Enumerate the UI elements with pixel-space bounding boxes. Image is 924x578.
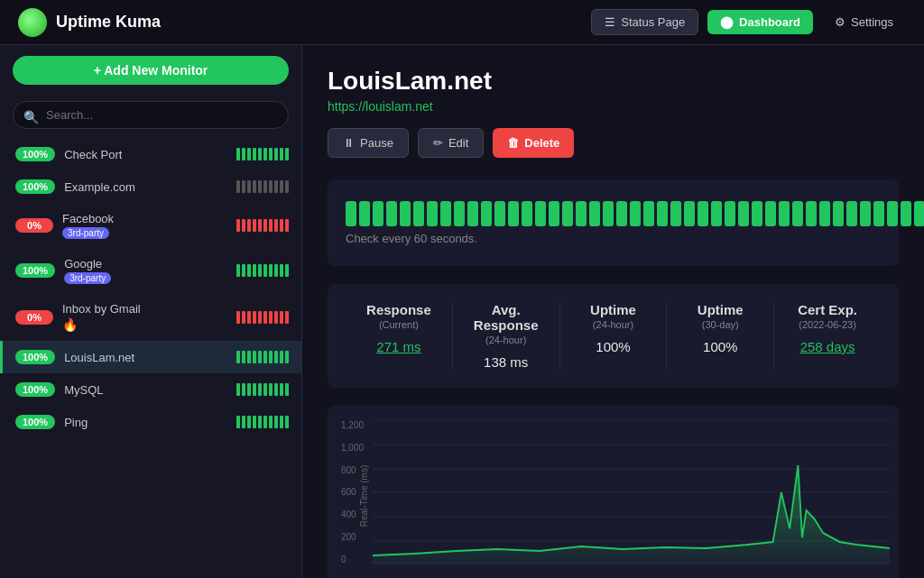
y-label-1200: 1,200 xyxy=(341,420,364,430)
uptime-bar xyxy=(657,201,668,226)
monitor-bars xyxy=(236,264,289,277)
bar xyxy=(242,264,245,277)
bar xyxy=(274,148,278,161)
edit-button[interactable]: ✏ Edit xyxy=(418,128,484,158)
sidebar-item-facebook[interactable]: 0% Facebook 3rd-party xyxy=(0,203,301,248)
sidebar-item-ping[interactable]: 100% Ping xyxy=(0,406,301,438)
bar xyxy=(285,351,289,363)
uptime-bar xyxy=(386,201,397,226)
fire-icon: 🔥 xyxy=(62,317,236,332)
status-badge: 100% xyxy=(15,263,55,278)
bar xyxy=(269,180,273,193)
bar xyxy=(280,383,283,396)
bar xyxy=(247,351,251,363)
stat-value: 100% xyxy=(596,339,630,354)
dashboard-icon: ⬤ xyxy=(720,15,734,29)
monitor-list: 100% Check Port 100% Example.com 0% Face… xyxy=(0,138,301,578)
monitor-label: Check Port xyxy=(64,148,236,161)
sidebar-item-mysql[interactable]: 100% MySQL xyxy=(0,373,301,406)
uptime-bar xyxy=(670,201,681,226)
uptime-bar xyxy=(765,201,776,226)
bar xyxy=(242,148,245,161)
uptime-bar xyxy=(346,201,356,226)
status-badge: 0% xyxy=(15,218,53,233)
bar xyxy=(280,264,283,277)
monitor-bars xyxy=(236,148,289,161)
uptime-bar xyxy=(698,201,708,226)
stat-item: Response (Current) 271 ms xyxy=(346,302,453,370)
bar xyxy=(247,416,251,428)
sidebar-item-check-port[interactable]: 100% Check Port xyxy=(0,138,301,170)
bar xyxy=(269,148,273,161)
list-icon: ☰ xyxy=(605,15,615,29)
status-page-button[interactable]: ☰ Status Page xyxy=(591,9,698,35)
bar xyxy=(247,311,251,324)
uptime-bar xyxy=(846,201,857,226)
dashboard-button[interactable]: ⬤ Dashboard xyxy=(707,10,813,34)
search-input[interactable] xyxy=(13,101,289,129)
uptime-bar xyxy=(522,201,532,226)
monitor-name: MySQL xyxy=(64,383,236,397)
bar xyxy=(242,219,245,232)
monitor-name: Facebook 3rd-party xyxy=(62,212,236,239)
uptime-bar xyxy=(549,201,559,226)
uptime-bar xyxy=(901,201,911,226)
bar xyxy=(285,180,289,193)
bar xyxy=(263,264,267,277)
bar xyxy=(274,416,278,428)
bar xyxy=(247,264,251,277)
sidebar-item-google[interactable]: 100% Google 3rd-party xyxy=(0,248,301,293)
pause-button[interactable]: ⏸ Pause xyxy=(328,128,409,158)
monitor-name: Google 3rd-party xyxy=(64,257,236,284)
check-interval: Check every 60 seconds. xyxy=(346,232,924,245)
uptime-bar xyxy=(603,201,614,226)
stat-value[interactable]: 271 ms xyxy=(376,339,420,354)
monitor-label: Ping xyxy=(64,416,236,429)
bar xyxy=(274,219,278,232)
sidebar-item-louislam-net[interactable]: 100% LouisLam.net xyxy=(0,341,301,373)
bar xyxy=(258,351,262,363)
uptime-bar xyxy=(914,201,924,226)
sidebar-item-example-com[interactable]: 100% Example.com xyxy=(0,170,301,203)
action-buttons: ⏸ Pause ✏ Edit 🗑 Delete xyxy=(328,128,899,158)
add-monitor-button[interactable]: + Add New Monitor xyxy=(13,56,289,85)
uptime-bar xyxy=(860,201,871,226)
stat-item: Cert Exp. (2022-06-23) 258 days xyxy=(774,302,881,370)
status-badge: 100% xyxy=(15,350,55,364)
bar xyxy=(258,311,262,324)
status-badge: 0% xyxy=(15,310,53,325)
y-label-200: 200 xyxy=(341,532,364,542)
bar xyxy=(253,219,256,232)
bar xyxy=(258,148,262,161)
delete-button[interactable]: 🗑 Delete xyxy=(493,128,574,158)
bar xyxy=(236,180,240,193)
bar xyxy=(258,416,262,428)
bar xyxy=(253,351,256,363)
header-buttons: ☰ Status Page ⬤ Dashboard ⚙ Settings xyxy=(591,9,906,35)
bar xyxy=(263,351,267,363)
bar xyxy=(242,311,245,324)
bar xyxy=(269,416,273,428)
gear-icon: ⚙ xyxy=(835,15,845,29)
uptime-bar xyxy=(413,201,424,226)
bar xyxy=(236,383,240,396)
monitor-bars xyxy=(236,351,289,363)
uptime-bar xyxy=(725,201,735,226)
chart-container: Real-Time (ms) xyxy=(328,406,899,578)
status-badge: 100% xyxy=(15,147,55,161)
bar xyxy=(274,180,278,193)
uptime-bar xyxy=(779,201,790,226)
uptime-bar xyxy=(508,201,519,226)
bar xyxy=(236,416,240,428)
status-badge: 100% xyxy=(15,415,55,429)
bar xyxy=(253,311,256,324)
sidebar-item-inbox-by-gmail[interactable]: 0% Inbox by Gmail 🔥 xyxy=(0,293,301,341)
stat-value[interactable]: 258 days xyxy=(800,339,855,354)
third-party-badge: 3rd-party xyxy=(62,227,109,239)
monitor-url[interactable]: https://louislam.net xyxy=(328,99,899,114)
settings-button[interactable]: ⚙ Settings xyxy=(822,10,906,34)
monitor-bars xyxy=(236,180,289,193)
bar xyxy=(274,383,278,396)
bar xyxy=(263,416,267,428)
bar xyxy=(258,264,262,277)
